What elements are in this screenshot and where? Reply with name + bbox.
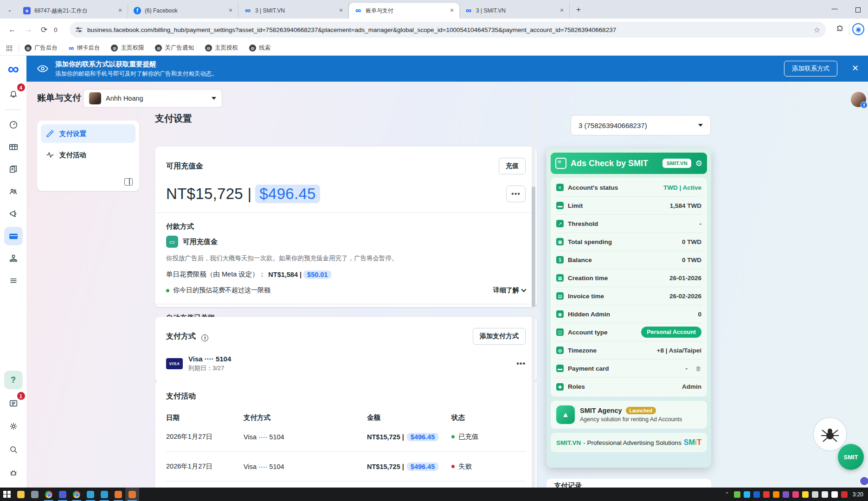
taskbar-app-orange[interactable] bbox=[111, 488, 125, 501]
url-bar[interactable]: business.facebook.com/billing_hub/paymen… bbox=[70, 22, 826, 38]
smit-agency-card[interactable]: ▲ SMIT Agency Launched Agency solution f… bbox=[551, 401, 707, 429]
trash-icon[interactable]: 🗑 bbox=[695, 365, 701, 372]
tray-display[interactable] bbox=[812, 491, 818, 498]
smit-footer-text: - Professional Advertising Solutions bbox=[583, 439, 682, 446]
tray-expand-icon[interactable]: ⌃ bbox=[725, 491, 729, 497]
balance-more-button[interactable]: ••• bbox=[506, 186, 526, 202]
taskbar-start-button[interactable] bbox=[0, 488, 14, 501]
extensions-icon[interactable] bbox=[836, 25, 844, 33]
tray-white[interactable] bbox=[831, 491, 838, 498]
add-payment-method-button[interactable]: 添加支付方式 bbox=[473, 328, 526, 345]
agency-desc: Agency solution for renting Ad Accounts bbox=[580, 416, 682, 423]
tray-purple[interactable] bbox=[783, 491, 789, 498]
tab-close-icon[interactable]: × bbox=[448, 7, 456, 14]
globe-icon: ◍ bbox=[249, 45, 256, 51]
tab-close-icon[interactable]: × bbox=[337, 7, 345, 14]
taskbar-app-gray[interactable] bbox=[28, 488, 42, 501]
taskbar-browser-blue[interactable] bbox=[56, 488, 70, 501]
new-tab-button[interactable]: + bbox=[572, 4, 585, 16]
smit-footer-banner[interactable]: SMIT.VN - Professional Advertising Solut… bbox=[551, 433, 707, 452]
taskbar-file-explorer[interactable] bbox=[14, 488, 28, 501]
taskbar-telegram[interactable] bbox=[97, 488, 111, 501]
mini-globe-icon[interactable] bbox=[859, 476, 868, 486]
bookmark-item[interactable]: ◍ 线索 bbox=[249, 44, 270, 52]
tab-close-icon[interactable]: × bbox=[558, 7, 566, 14]
tray-volume[interactable] bbox=[822, 491, 828, 498]
forward-button[interactable]: → bbox=[25, 25, 32, 34]
tab-close-icon[interactable]: × bbox=[116, 7, 124, 14]
browser-profile-icon[interactable]: ◉ bbox=[852, 23, 864, 35]
bookmark-item[interactable]: ∞ 绑卡后台 bbox=[69, 44, 100, 52]
activity-column-header: 支付方式 bbox=[244, 413, 367, 422]
sidebar-rail-org-icon[interactable] bbox=[4, 249, 23, 268]
sidebar-rail-people-icon[interactable] bbox=[4, 182, 23, 201]
learn-more-link[interactable]: 详细了解 bbox=[493, 286, 526, 295]
sidebar-rail-help-icon[interactable]: ? bbox=[4, 371, 23, 389]
bookmark-star-icon[interactable]: ☆ bbox=[814, 26, 820, 34]
sidebar-rail-table-icon[interactable] bbox=[4, 138, 23, 156]
spider-mascot-widget[interactable] bbox=[813, 417, 847, 451]
chevron-down-icon bbox=[521, 287, 526, 292]
tray-orange[interactable] bbox=[773, 491, 779, 498]
account-selector[interactable]: 3 (758263940668237) bbox=[571, 115, 711, 135]
browser-tab[interactable]: ∞ 3 | SMIT.VN × bbox=[459, 3, 570, 19]
bookmark-item[interactable]: ◍ 主页授权 bbox=[205, 44, 238, 52]
tray-yellow[interactable] bbox=[802, 491, 809, 498]
gear-icon[interactable]: ⚙ bbox=[695, 159, 702, 168]
bookmark-item[interactable]: ◍ 主页权限 bbox=[111, 44, 144, 52]
sidebar-rail-menu-icon[interactable] bbox=[4, 271, 23, 290]
sidebar-rail-search-icon[interactable] bbox=[4, 440, 23, 459]
taskbar-edge[interactable] bbox=[84, 488, 97, 501]
smit-fab-button[interactable]: SMIT bbox=[838, 444, 864, 470]
add-contact-button[interactable]: 添加联系方式 bbox=[784, 61, 837, 77]
page-background: ∞ 添加你的联系方式以获取重要提醒 添加你的邮箱和手机号即可及时了解你的广告和支… bbox=[0, 56, 868, 488]
activity-status: 已充值 bbox=[458, 432, 479, 441]
recharge-button[interactable]: 充值 bbox=[499, 158, 526, 174]
tray-red[interactable] bbox=[763, 491, 770, 498]
sidebar-rail-bug-icon[interactable] bbox=[4, 463, 23, 482]
sidebar-item-payment-settings[interactable]: 支付设置 bbox=[41, 124, 135, 143]
sidebar-rail-docs-icon[interactable] bbox=[4, 160, 23, 179]
smit-row-label: Timezone bbox=[568, 347, 597, 354]
maximize-button[interactable] bbox=[852, 3, 863, 14]
banner-close-icon[interactable]: ✕ bbox=[852, 63, 859, 73]
sidebar-rail-card-icon[interactable] bbox=[4, 227, 23, 245]
taskbar-active-app[interactable] bbox=[125, 488, 139, 501]
browser-tab[interactable]: ◈ 68747-越南21-工作台 × bbox=[18, 3, 128, 19]
apps-grid-icon[interactable] bbox=[6, 45, 12, 51]
site-settings-icon[interactable] bbox=[75, 26, 83, 33]
sidebar-rail-megaphone-icon[interactable] bbox=[4, 205, 23, 223]
tray-bluetooth[interactable] bbox=[753, 491, 760, 498]
smit-domain-pill[interactable]: SMIT.VN bbox=[662, 159, 691, 168]
browser-tab[interactable]: ∞ 3 | SMIT.VN × bbox=[238, 3, 349, 19]
browser-tab[interactable]: f (6) Facebook × bbox=[128, 3, 238, 19]
tab-search-icon[interactable]: ⌄ bbox=[4, 4, 16, 16]
tray-teal[interactable] bbox=[744, 491, 750, 498]
card-more-button[interactable]: ••• bbox=[516, 360, 526, 368]
scrollbar-thumb[interactable] bbox=[532, 186, 535, 307]
info-icon[interactable]: i bbox=[201, 334, 208, 341]
activity-row[interactable]: 2026年1月27日 Visa ···· 5104 NT$15,725 | $4… bbox=[166, 422, 526, 452]
back-button[interactable]: ← bbox=[8, 25, 16, 34]
smit-row: ▬ Limit 1,584 TWD bbox=[556, 197, 701, 215]
tab-close-icon[interactable]: × bbox=[227, 7, 234, 14]
sidebar-item-payment-activity[interactable]: 支付活动 bbox=[41, 146, 135, 164]
collapse-sidebar-icon[interactable] bbox=[124, 178, 133, 186]
taskbar-chrome[interactable] bbox=[42, 488, 56, 501]
sidebar-rail-gear-icon[interactable] bbox=[4, 417, 23, 436]
sidebar-rail-bell-icon[interactable]: 4 bbox=[4, 85, 23, 104]
browser-tab[interactable]: ∞ 账单与支付 × bbox=[349, 3, 459, 19]
tray-pink[interactable] bbox=[792, 491, 799, 498]
taskbar-chrome-2[interactable] bbox=[70, 488, 84, 501]
minimize-button[interactable]: — bbox=[829, 3, 840, 14]
account-avatar[interactable]: f bbox=[851, 92, 866, 107]
tray-s-red[interactable] bbox=[841, 491, 848, 498]
tray-green[interactable] bbox=[734, 491, 740, 498]
bookmark-item[interactable]: ◍ 广告后台 bbox=[25, 44, 58, 52]
sidebar-rail-news-icon[interactable]: 1 bbox=[4, 394, 23, 412]
activity-row[interactable]: 2026年1月27日 Visa ···· 5104 NT$15,725 | $4… bbox=[166, 452, 526, 482]
bookmark-item[interactable]: ◍ 关广告通知 bbox=[155, 44, 194, 52]
reload-button[interactable]: ⟳ bbox=[41, 25, 47, 35]
profile-dropdown[interactable]: Anhh Hoang bbox=[83, 89, 222, 108]
sidebar-rail-gauge-icon[interactable] bbox=[4, 116, 23, 134]
